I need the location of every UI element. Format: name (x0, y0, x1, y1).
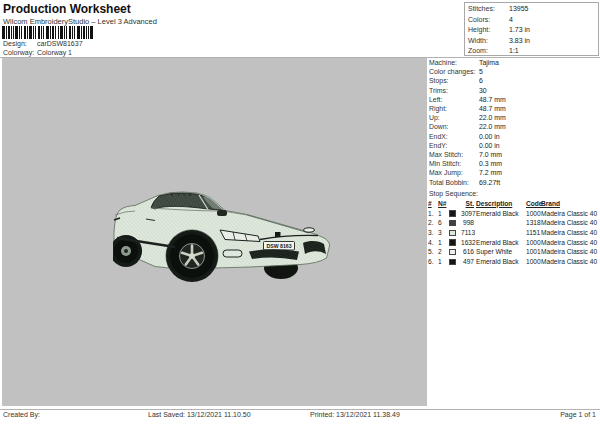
fog-light-recess (223, 250, 242, 257)
footer-last-saved: Last Saved: 13/12/2021 11.10.50 (148, 411, 251, 418)
seq-brand: Madeira Classic 40 (541, 218, 600, 228)
seq-needle: 1 (438, 238, 449, 248)
machine-row: Right:48.7 mm (427, 104, 599, 113)
machine-row: EndY:0.00 in (427, 141, 599, 150)
summary-row: Zoom:1:1 (465, 45, 598, 55)
machine-row: EndX:0.00 in (427, 132, 599, 141)
seq-code: 1001 (526, 247, 541, 257)
stop-sequence-table: # N# St. Description Code Brand 1.13097E… (427, 199, 599, 267)
seq-needle: 1 (438, 209, 449, 219)
seq-swatch-cell (449, 209, 461, 219)
summary-row: Stitches:13955 (465, 3, 598, 13)
summary-label: Stitches: (468, 4, 509, 13)
app-subtitle: Wilcom EmbroideryStudio – Level 3 Advanc… (3, 17, 157, 26)
summary-row: Colors:4 (465, 13, 598, 23)
seq-needle: 3 (438, 228, 449, 238)
design-label: Design: (3, 40, 37, 47)
footer-page-number: Page 1 of 1 (560, 411, 596, 418)
design-value: carDSW81637 (37, 40, 83, 47)
seq-code: 1000 (526, 238, 541, 248)
seq-code: 1000 (526, 257, 541, 267)
seq-num: 1. (428, 209, 438, 219)
thread-color-swatch (449, 210, 456, 217)
page-title: Production Worksheet (3, 2, 131, 16)
seq-stitches: 998 (461, 218, 476, 228)
seq-num: 2. (428, 218, 438, 228)
seq-swatch-cell (449, 247, 461, 257)
production-worksheet-page: Production Worksheet Wilcom EmbroiderySt… (0, 0, 600, 424)
summary-label: Height: (468, 25, 509, 34)
seq-swatch-cell (449, 238, 461, 248)
machine-row: Machine:Tajima (427, 58, 599, 67)
seq-description (476, 218, 526, 228)
seq-num: 6. (428, 257, 438, 267)
col-header-swatch (449, 199, 461, 209)
barcode (2, 26, 96, 39)
machine-row: Left:48.7 mm (427, 95, 599, 104)
seq-swatch-cell (449, 257, 461, 267)
seq-code: 1151 (526, 228, 541, 238)
seq-description (476, 228, 526, 238)
seq-swatch-cell (449, 218, 461, 228)
summary-value: 4 (509, 15, 513, 24)
summary-value: 1:1 (509, 46, 519, 55)
col-header-code: Code (526, 199, 541, 209)
seq-stitches: 3097 (461, 209, 476, 219)
seq-description: Emerald Black (476, 257, 526, 267)
thread-color-swatch (449, 230, 456, 237)
seq-brand: Madeira Classic 40 (541, 228, 600, 238)
summary-row: Height:1.73 in (465, 24, 598, 34)
seq-description: Super White (476, 247, 526, 257)
summary-label: Colors: (468, 15, 509, 24)
seq-num: 5. (428, 247, 438, 257)
colorway-label: Colorway: (3, 49, 37, 56)
col-header-brand: Brand (541, 199, 600, 209)
machine-row: Stops:6 (427, 76, 599, 85)
machine-row: Min Stitch:0.3 mm (427, 159, 599, 168)
seq-description: Emerald Black (476, 209, 526, 219)
colorway-row: Colorway:Colorway 1 (3, 49, 72, 56)
seq-swatch-cell (449, 228, 461, 238)
thread-color-swatch (449, 249, 456, 256)
summary-label: Width: (468, 36, 509, 45)
machine-row: Down:22.0 mm (427, 122, 599, 131)
summary-row: Width:3.83 in (465, 34, 598, 44)
seq-brand: Madeira Classic 40 (541, 247, 600, 257)
thread-color-swatch (449, 259, 456, 266)
machine-info-panel: Machine:Tajima Color changes:5 Stops:6 T… (427, 58, 599, 267)
summary-value: 3.83 in (509, 36, 530, 45)
machine-row: Total Bobbin:69.27ft (427, 178, 599, 187)
col-header-description: Description (476, 199, 526, 209)
footer-created-by: Created By: (3, 411, 40, 418)
seq-code: 1318 (526, 218, 541, 228)
seq-stitches: 497 (461, 257, 476, 267)
seq-description: Emerald Black (476, 238, 526, 248)
side-mirror (217, 210, 227, 216)
seq-needle: 2 (438, 247, 449, 257)
footer-printed: Printed: 13/12/2021 11.38.49 (310, 411, 400, 418)
machine-row: Trims:30 (427, 86, 599, 95)
col-header-needle: N# (438, 199, 449, 209)
summary-value: 13955 (509, 4, 528, 13)
summary-label: Zoom: (468, 46, 509, 55)
colorway-value: Colorway 1 (37, 49, 72, 56)
front-wheel (166, 230, 218, 282)
thread-color-swatch (449, 220, 456, 227)
seq-code: 1000 (526, 209, 541, 219)
seq-needle: 1 (438, 257, 449, 267)
seq-num: 3. (428, 228, 438, 238)
license-plate-text: DSW 8163 (266, 243, 291, 249)
col-header-stitches: St. (461, 199, 476, 209)
footer-divider (0, 409, 600, 410)
stop-sequence-title: Stop Sequence: (427, 189, 599, 199)
seq-brand: Madeira Classic 40 (541, 257, 600, 267)
design-summary-box: Stitches:13955 Colors:4 Height:1.73 in W… (464, 2, 599, 56)
machine-row: Up:22.0 mm (427, 113, 599, 122)
design-name-row: Design:carDSW81637 (3, 40, 83, 47)
seq-stitches: 616 (461, 247, 476, 257)
machine-row: Max Stitch:7.0 mm (427, 150, 599, 159)
far-headlight (304, 228, 315, 232)
seq-needle: 6 (438, 218, 449, 228)
summary-value: 1.73 in (509, 25, 530, 34)
machine-row: Max Jump:7.2 mm (427, 168, 599, 177)
